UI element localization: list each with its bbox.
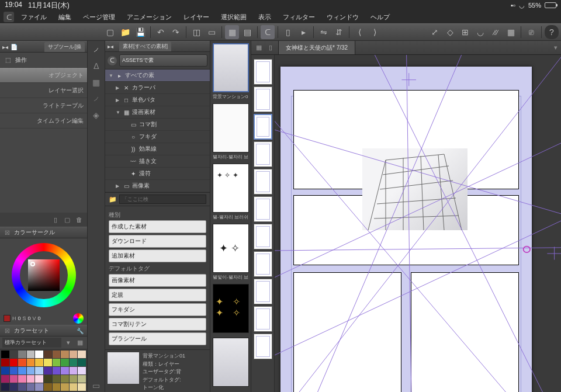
view-single-icon[interactable]: ▯ — [265, 43, 276, 53]
dropdown-icon[interactable]: ▾ — [64, 338, 73, 348]
color-swatch[interactable] — [61, 375, 69, 383]
toolbar-arrow-icon[interactable]: ▸ — [296, 25, 310, 39]
color-swatch[interactable] — [61, 359, 69, 366]
toolbar-select-icon[interactable]: ▭ — [205, 25, 219, 39]
color-swatch[interactable] — [44, 375, 52, 383]
color-swatch[interactable] — [70, 383, 78, 391]
toolbar-grid2-icon[interactable]: ▤ — [240, 25, 254, 39]
page-thumb[interactable] — [254, 141, 272, 167]
color-swatch[interactable] — [18, 359, 26, 366]
color-swatch[interactable] — [53, 359, 61, 366]
subtool-item[interactable]: レイヤー選択 — [0, 83, 87, 98]
color-swatch[interactable] — [61, 367, 69, 374]
color-swatch[interactable] — [44, 359, 52, 366]
tab-dropdown-icon[interactable]: ▾ — [550, 44, 561, 51]
color-swatch[interactable] — [10, 375, 18, 383]
menu-item-レイヤー[interactable]: レイヤー — [179, 11, 214, 23]
color-swatch[interactable] — [78, 367, 86, 374]
toolbar-undo-icon[interactable]: ↶ — [154, 25, 168, 39]
copy-icon[interactable]: ▯ — [51, 215, 60, 224]
material-preview[interactable]: 별자리-별자리 브 — [213, 103, 248, 161]
toolbar-redo-icon[interactable]: ↷ — [169, 25, 183, 39]
color-swatch[interactable] — [27, 375, 35, 383]
materials-search-input[interactable] — [119, 195, 206, 204]
color-swatch[interactable] — [1, 359, 9, 366]
color-circle-header[interactable]: ☒ カラーサークル — [0, 227, 87, 238]
filter-button[interactable]: 定規 — [109, 289, 206, 301]
color-swatch[interactable] — [53, 351, 61, 358]
page-thumb[interactable] — [254, 169, 272, 195]
tree-row[interactable]: ▶✕カラーパ — [105, 82, 210, 94]
page-thumb[interactable] — [254, 196, 272, 222]
comic-panel[interactable] — [411, 272, 519, 392]
toolbar-flip-h-icon[interactable]: ⇋ — [317, 25, 331, 39]
color-swatch[interactable] — [10, 367, 18, 374]
color-swatch[interactable] — [18, 375, 26, 383]
menu-item-編集[interactable]: 編集 — [54, 11, 76, 23]
tree-row[interactable]: ))効果線 — [105, 143, 210, 155]
menu-item-ファイル[interactable]: ファイル — [16, 11, 51, 23]
color-swatch[interactable] — [44, 367, 52, 374]
filter-button[interactable]: コマ割りテン — [109, 318, 206, 331]
toolbar-save-icon[interactable]: 💾 — [133, 25, 147, 39]
color-swatch[interactable] — [53, 383, 61, 391]
filter-button[interactable]: ブラシツール — [109, 332, 206, 345]
color-swatch[interactable] — [53, 367, 61, 374]
color-swatch[interactable] — [44, 383, 52, 391]
page-thumb[interactable] — [254, 59, 272, 85]
toolbar-page-icon[interactable]: ▯ — [281, 25, 295, 39]
color-swatch[interactable] — [1, 351, 9, 358]
toolbar-open-icon[interactable]: 📁 — [118, 25, 132, 39]
config-tool-icon[interactable]: ▭ — [90, 379, 103, 392]
color-swatch[interactable] — [27, 351, 35, 358]
color-mode-icon[interactable] — [73, 313, 84, 324]
toolbar-prev-icon[interactable]: ⟨ — [352, 25, 366, 39]
color-swatch[interactable] — [18, 383, 26, 391]
subtool-panel-header[interactable]: ▸◂📄 サブツール[操 — [0, 41, 87, 53]
tree-row[interactable]: ▶□単色パタ — [105, 94, 210, 106]
color-swatch[interactable] — [70, 351, 78, 358]
color-swatch[interactable] — [70, 367, 78, 374]
tree-row[interactable]: ✦漫符 — [105, 168, 210, 180]
toolbar-help-icon[interactable]: ? — [545, 25, 559, 39]
app-logo-icon[interactable]: ᑕ — [4, 12, 14, 22]
color-swatch[interactable] — [78, 351, 86, 358]
toolbar-mesh-icon[interactable]: ⊞ — [458, 25, 472, 39]
color-swatch[interactable] — [44, 351, 52, 358]
page-thumb[interactable] — [254, 306, 272, 332]
tree-row[interactable]: ▭コマ割 — [105, 119, 210, 131]
material-preview[interactable] — [213, 338, 248, 389]
view-grid-icon[interactable]: ▦ — [254, 43, 264, 53]
tree-row[interactable]: ○フキダ — [105, 131, 210, 143]
color-swatch[interactable] — [1, 367, 9, 374]
color-swatch[interactable] — [78, 383, 86, 391]
menu-item-アニメーション[interactable]: アニメーション — [122, 11, 176, 23]
color-swatch[interactable] — [10, 351, 18, 358]
folder-icon[interactable]: 📁 — [109, 196, 117, 203]
tree-row[interactable]: ▼▦漫画素材 — [105, 106, 210, 119]
color-swatch[interactable] — [70, 359, 78, 366]
color-swatch[interactable] — [78, 375, 86, 383]
canvas-viewport[interactable] — [251, 55, 561, 392]
toolbar-flip-v-icon[interactable]: ⇵ — [332, 25, 346, 39]
color-swatch[interactable] — [27, 383, 35, 391]
color-swatch[interactable] — [18, 351, 26, 358]
line-tool-icon[interactable]: ⟋ — [90, 92, 103, 105]
page-thumb[interactable] — [254, 224, 272, 249]
color-swatch[interactable] — [35, 351, 43, 358]
color-swatch[interactable] — [1, 375, 9, 383]
colorset-dropdown[interactable]: 標準カラーセット — [2, 338, 61, 348]
toolbar-swirl-icon[interactable]: ᑕ — [261, 25, 275, 39]
color-swatch[interactable] — [1, 383, 9, 391]
layers-tool-icon[interactable]: ◈ — [90, 109, 103, 122]
toolbar-next-icon[interactable]: ⟩ — [368, 25, 382, 39]
toolbar-hand-icon[interactable]: ⎚ — [524, 25, 538, 39]
close-icon[interactable]: ☒ — [2, 228, 12, 237]
color-swatch[interactable] — [27, 367, 35, 374]
color-wheel[interactable] — [12, 243, 76, 307]
assets-search-button[interactable]: ASSETSで素 — [119, 54, 207, 67]
color-swatch[interactable] — [35, 367, 43, 374]
brush-tool-icon[interactable]: ᐃ — [90, 60, 103, 72]
filter-button[interactable]: フキダシ — [109, 303, 206, 316]
toolbar-scale-icon[interactable]: ⤢ — [428, 25, 442, 39]
